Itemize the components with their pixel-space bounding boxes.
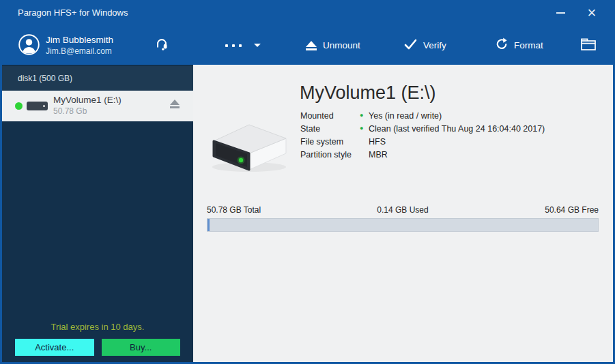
format-button[interactable]: Format [496, 26, 543, 65]
verify-label: Verify [423, 40, 446, 50]
eject-icon [306, 41, 317, 50]
open-in-explorer-button[interactable] [580, 26, 597, 65]
volume-size: 50.78 Gb [53, 106, 121, 117]
user-email: Jim.B@email.com [46, 46, 113, 57]
chevron-down-icon [254, 44, 261, 47]
sidebar: disk1 (500 GB) MyVolume1 (E:\) 50.78 Gb … [2, 65, 193, 362]
minimize-icon [556, 12, 565, 14]
user-avatar-icon [18, 34, 40, 57]
activate-button[interactable]: Activate... [15, 339, 94, 356]
detail-label: Mounted [300, 111, 360, 121]
detail-label: File system [300, 137, 360, 147]
drive-icon [27, 102, 48, 110]
detail-value: HFS [369, 137, 386, 147]
toolbar: Jim Bubblesmith Jim.B@email.com [0, 26, 615, 65]
detail-row-filesystem: File system ● HFS [300, 135, 545, 148]
close-icon: × [588, 0, 597, 26]
buy-button[interactable]: Buy... [102, 339, 181, 356]
detail-label: State [300, 124, 360, 134]
trial-buttons-row: Activate... Buy... [2, 339, 193, 356]
format-label: Format [514, 40, 543, 50]
usage-labels: 50.78 GB Total 0.14 GB Used 50.64 GB Fre… [207, 205, 599, 215]
main-pane: MyVolume1 (E:\) Mounted ● Yes (in read /… [193, 65, 613, 362]
usage-bar-used [208, 219, 210, 231]
window-title: Paragon HFS+ for Windows [18, 0, 128, 26]
sidebar-item-volume[interactable]: MyVolume1 (E:\) 50.78 Gb [2, 91, 193, 121]
detail-row-mounted: Mounted ● Yes (in read / write) [300, 109, 545, 122]
detail-value: Yes (in read / write) [369, 111, 442, 121]
drive-3d-icon [205, 119, 291, 178]
dot-icon [239, 44, 242, 47]
detail-row-state: State ● Clean (last verified Thu Aug 24 … [300, 122, 545, 135]
detail-value: MBR [369, 150, 388, 160]
disk-group-header: disk1 (500 GB) [2, 66, 193, 91]
checkmark-icon [404, 39, 417, 52]
eject-volume-button[interactable] [170, 100, 180, 108]
sidebar-spacer [2, 121, 193, 322]
close-button[interactable]: × [579, 0, 605, 26]
usage-used-label: 0.14 GB Used [337, 205, 468, 215]
title-bar: Paragon HFS+ for Windows × [0, 0, 615, 26]
user-name: Jim Bubblesmith [46, 35, 113, 46]
folder-icon [580, 37, 597, 54]
support-button[interactable] [154, 26, 169, 65]
volume-name: MyVolume1 (E:\) [53, 94, 121, 106]
detail-label: Partition style [300, 150, 360, 160]
trial-expiry-notice: Trial expires in 10 days. [2, 322, 193, 332]
minimize-button[interactable] [547, 0, 573, 26]
disk-header-label: disk1 (500 GB) [18, 74, 72, 83]
mounted-status-dot [15, 102, 23, 110]
unmount-label: Unmount [323, 40, 360, 50]
usage-section: 50.78 GB Total 0.14 GB Used 50.64 GB Fre… [207, 205, 599, 232]
volume-details: Mounted ● Yes (in read / write) State ● … [300, 109, 545, 161]
dot-icon [225, 44, 228, 47]
dot-icon [232, 44, 235, 47]
usage-free-label: 50.64 GB Free [468, 205, 599, 215]
detail-row-partition-style: Partition style ● MBR [300, 148, 545, 161]
more-actions-menu[interactable] [225, 26, 261, 65]
verify-button[interactable]: Verify [404, 26, 446, 65]
eject-icon [170, 100, 180, 105]
refresh-icon [496, 37, 508, 53]
headset-icon [154, 37, 169, 54]
status-ok-icon: ● [360, 122, 369, 135]
detail-value: Clean (last verified Thu Aug 24 16:04:40… [369, 124, 545, 134]
user-account-button[interactable]: Jim Bubblesmith Jim.B@email.com [18, 26, 113, 65]
unmount-button[interactable]: Unmount [306, 26, 360, 65]
page-title: MyVolume1 (E:\) [300, 82, 436, 104]
volume-texts: MyVolume1 (E:\) 50.78 Gb [53, 94, 121, 117]
window-body: disk1 (500 GB) MyVolume1 (E:\) 50.78 Gb … [2, 65, 613, 362]
status-ok-icon: ● [360, 109, 369, 122]
usage-total-label: 50.78 GB Total [207, 205, 337, 215]
usage-bar [207, 218, 599, 232]
eject-icon-bar [170, 106, 180, 108]
app-window: Paragon HFS+ for Windows × Jim Bubblesmi… [0, 0, 615, 364]
user-texts: Jim Bubblesmith Jim.B@email.com [46, 35, 113, 57]
